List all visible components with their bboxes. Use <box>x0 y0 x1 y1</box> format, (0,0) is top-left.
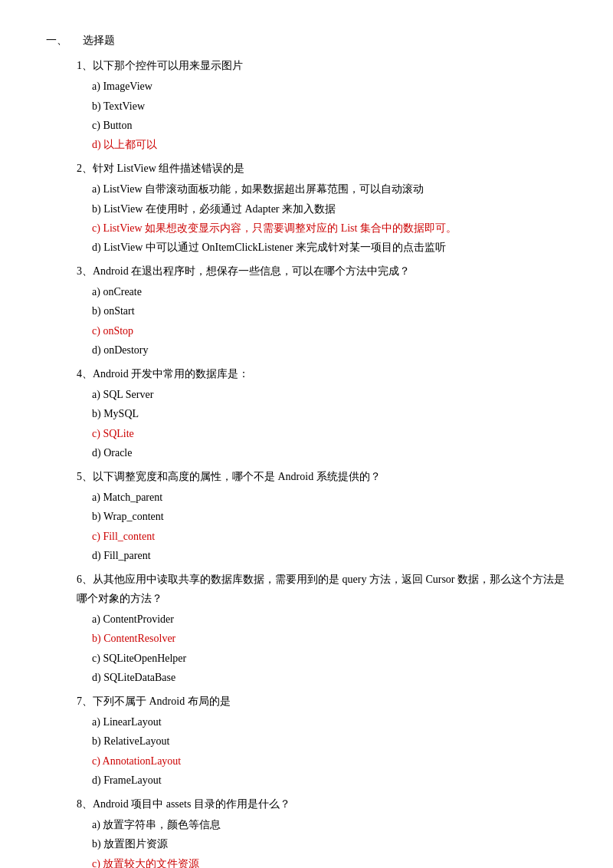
option-item: a) ContentProvider <box>92 610 567 629</box>
section-header: 一、 选择题 <box>46 31 567 50</box>
option-item: b) Wrap_content <box>92 507 567 526</box>
option-item: a) ImageView <box>92 77 567 96</box>
option-item: b) TextView <box>92 97 567 116</box>
document-content: 一、 选择题 1、以下那个控件可以用来显示图片a) ImageViewb) Te… <box>46 31 567 868</box>
option-item: b) ListView 在使用时，必须通过 Adapter 来加入数据 <box>92 199 567 219</box>
option-item: a) Match_parent <box>92 488 567 507</box>
question-item: 5、以下调整宽度和高度的属性，哪个不是 Android 系统提供的？a) Mat… <box>46 467 567 565</box>
question-list: 1、以下那个控件可以用来显示图片a) ImageViewb) TextViewc… <box>46 56 567 868</box>
question-text: 8、Android 项目中 assets 目录的作用是什么？ <box>77 794 567 814</box>
question-text: 2、针对 ListView 组件描述错误的是 <box>77 159 567 178</box>
option-item: b) onStart <box>92 301 567 321</box>
options-list: a) ContentProviderb) ContentResolverc) S… <box>92 610 567 687</box>
question-item: 7、下列不属于 Android 布局的是a) LinearLayoutb) Re… <box>46 692 567 790</box>
options-list: a) Match_parentb) Wrap_contentc) Fill_co… <box>92 488 567 565</box>
option-item: c) Button <box>92 116 567 135</box>
option-item: d) Oracle <box>92 443 567 462</box>
options-list: a) SQL Serverb) MySQLc) SQLited) Oracle <box>92 385 567 462</box>
options-list: a) ImageViewb) TextViewc) Buttond) 以上都可以 <box>92 77 567 154</box>
question-item: 4、Android 开发中常用的数据库是：a) SQL Serverb) MyS… <box>46 364 567 462</box>
question-text: 1、以下那个控件可以用来显示图片 <box>77 56 567 75</box>
option-item: c) 放置较大的文件资源 <box>92 854 567 869</box>
option-item: c) ListView 如果想改变显示内容，只需要调整对应的 List 集合中的… <box>92 219 567 238</box>
option-item: b) MySQL <box>92 404 567 423</box>
section-prefix: 一、 <box>46 31 67 50</box>
question-item: 2、针对 ListView 组件描述错误的是a) ListView 自带滚动面板… <box>46 159 567 257</box>
option-item: d) Fill_parent <box>92 546 567 565</box>
question-text: 4、Android 开发中常用的数据库是： <box>77 364 567 383</box>
option-item: d) onDestory <box>92 340 567 360</box>
option-item: d) SQLiteDataBase <box>92 668 567 687</box>
question-text: 5、以下调整宽度和高度的属性，哪个不是 Android 系统提供的？ <box>77 467 567 486</box>
option-item: c) SQLiteOpenHelper <box>92 649 567 668</box>
question-text: 6、从其他应用中读取共享的数据库数据，需要用到的是 query 方法，返回 Cu… <box>77 570 567 608</box>
question-item: 6、从其他应用中读取共享的数据库数据，需要用到的是 query 方法，返回 Cu… <box>46 570 567 687</box>
options-list: a) ListView 自带滚动面板功能，如果数据超出屏幕范围，可以自动滚动b)… <box>92 179 567 257</box>
option-item: b) 放置图片资源 <box>92 834 567 853</box>
options-list: a) LinearLayoutb) RelativeLayoutc) Annot… <box>92 712 567 790</box>
option-item: a) LinearLayout <box>92 712 567 732</box>
option-item: b) ContentResolver <box>92 629 567 648</box>
option-item: c) SQLite <box>92 424 567 443</box>
option-item: d) ListView 中可以通过 OnItemClickListener 来完… <box>92 238 567 257</box>
option-item: c) onStop <box>92 321 567 340</box>
option-item: a) onCreate <box>92 282 567 301</box>
option-item: a) ListView 自带滚动面板功能，如果数据超出屏幕范围，可以自动滚动 <box>92 179 567 199</box>
options-list: a) onCreateb) onStartc) onStopd) onDesto… <box>92 282 567 360</box>
option-item: d) 以上都可以 <box>92 135 567 154</box>
option-item: d) FrameLayout <box>92 771 567 790</box>
options-list: a) 放置字符串，颜色等信息b) 放置图片资源c) 放置较大的文件资源d) 放置… <box>92 815 567 868</box>
question-item: 1、以下那个控件可以用来显示图片a) ImageViewb) TextViewc… <box>46 56 567 154</box>
question-item: 8、Android 项目中 assets 目录的作用是什么？a) 放置字符串，颜… <box>46 794 567 868</box>
option-item: c) Fill_content <box>92 527 567 546</box>
option-item: a) 放置字符串，颜色等信息 <box>92 815 567 834</box>
option-item: a) SQL Server <box>92 385 567 404</box>
option-item: b) RelativeLayout <box>92 732 567 751</box>
question-item: 3、Android 在退出程序时，想保存一些信息，可以在哪个方法中完成？a) o… <box>46 261 567 360</box>
question-text: 3、Android 在退出程序时，想保存一些信息，可以在哪个方法中完成？ <box>77 261 567 281</box>
section-title: 选择题 <box>83 31 115 50</box>
option-item: c) AnnotationLayout <box>92 751 567 771</box>
question-text: 7、下列不属于 Android 布局的是 <box>77 692 567 711</box>
